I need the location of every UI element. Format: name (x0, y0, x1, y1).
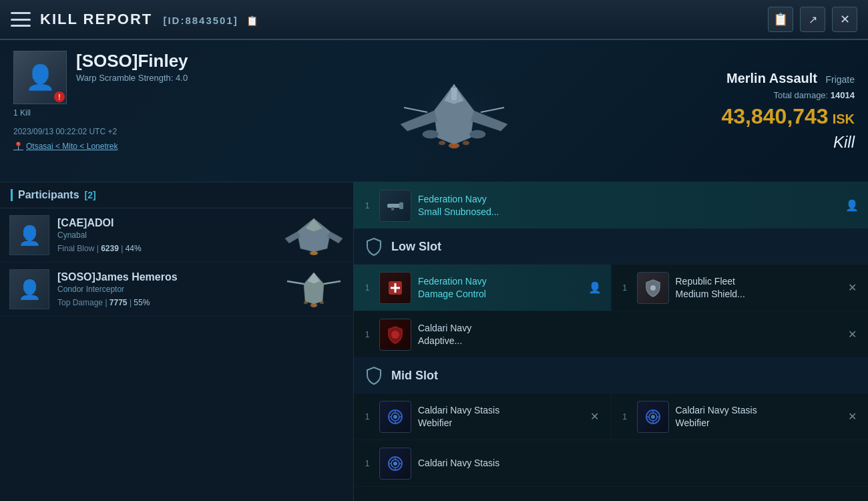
participant-1-name: [CAE]ADOI (57, 217, 276, 229)
eq-info-web2: Caldari Navy StasisWebifier (676, 404, 841, 428)
eq-name-shield: Republic FleetMedium Shield... (676, 275, 841, 299)
svg-point-24 (320, 301, 324, 304)
participant-2-ship: Condor Interceptor (57, 285, 276, 294)
participants-count: [2] (85, 190, 96, 200)
eq-icon-web3 (379, 448, 411, 480)
svg-point-7 (449, 143, 459, 148)
victim-profile: 👤 ! [SOSO]Finley Warp Scramble Strength:… (13, 51, 227, 104)
svg-marker-16 (327, 232, 343, 243)
victim-info: 👤 ! [SOSO]Finley Warp Scramble Strength:… (13, 51, 227, 171)
eq-icon-dmg-ctrl (379, 272, 411, 304)
equipment-item-shield[interactable]: 1 Republic FleetMedium Shield... ✕ (612, 265, 869, 311)
shield-slot-icon (363, 236, 385, 257)
close-shield[interactable]: ✕ (844, 280, 860, 296)
participant-2-avatar: 👤 (9, 269, 49, 309)
svg-point-22 (310, 303, 317, 307)
adaptive-icon (385, 324, 406, 345)
eq-icon-web1 (379, 401, 411, 433)
svg-point-5 (423, 130, 439, 138)
svg-point-35 (393, 415, 397, 419)
clipboard-button[interactable]: 📋 (768, 7, 793, 32)
participant-2-info: [SOSO]James Hemeros Condor Interceptor T… (57, 271, 276, 307)
kill-date: 2023/09/13 00:22:02 UTC +2 (13, 127, 227, 136)
close-web1[interactable]: ✕ (587, 409, 603, 425)
eq-info-snubnosed: Federation NavySmall Snubnosed... (418, 193, 840, 217)
low-slot-double: 1 Federation NavyDamage Control 👤 1 (354, 265, 868, 311)
eq-icon-web2 (637, 401, 669, 433)
damage-control-icon (385, 277, 406, 299)
result-type: Kill (833, 133, 855, 152)
low-slot-icon-svg (366, 237, 382, 256)
svg-point-49 (393, 462, 397, 466)
mid-slot-header: Mid Slot (354, 358, 868, 393)
close-web2[interactable]: ✕ (844, 409, 860, 425)
participants-panel: Participants [2] 👤 [CAE]ADOI Cynabal Fin… (0, 182, 354, 501)
participant-1-avatar: 👤 (9, 215, 49, 255)
main-content: Participants [2] 👤 [CAE]ADOI Cynabal Fin… (0, 182, 868, 501)
participant-1-ship-img (284, 215, 344, 255)
svg-point-9 (463, 141, 469, 145)
eq-icon-snubnosed (379, 190, 411, 222)
equipment-item[interactable]: 1 Federation NavySmall Snubnosed... 👤 (354, 182, 868, 229)
copy-icon: 📋 (246, 15, 259, 26)
mid-slot-icon (363, 365, 385, 386)
hero-section: 👤 ! [SOSO]Finley Warp Scramble Strength:… (0, 40, 868, 182)
shield-icon-svg (642, 277, 664, 299)
stat-damage-1: 6239 (101, 244, 119, 253)
ship-image (367, 51, 541, 171)
share-button[interactable]: ↗ (800, 7, 825, 32)
location-text: Otsasai < Mito < Lonetrek (26, 142, 118, 151)
participant-item[interactable]: 👤 [CAE]ADOI Cynabal Final Blow | 6239 | … (0, 208, 353, 263)
svg-rect-26 (399, 202, 403, 209)
low-slot-header: Low Slot (354, 229, 868, 265)
ship-class: Frigate (825, 74, 855, 85)
participant-2-ship-img (284, 269, 344, 309)
participant-1-ship: Cynabal (57, 230, 276, 240)
eq-icon-adaptive (379, 319, 411, 351)
webifier-icon-2 (642, 406, 664, 428)
stat-damage-2: 7775 (110, 298, 128, 307)
share-icon: ↗ (809, 13, 817, 26)
eq-name-adaptive: Caldari NavyAdaptive... (418, 322, 840, 346)
participant-item[interactable]: 👤 [SOSO]James Hemeros Condor Interceptor… (0, 263, 353, 317)
location-pin-icon: 📍 (13, 142, 23, 151)
participants-title: Participants (18, 189, 79, 201)
kill-stats: Merlin Assault Frigate Total damage: 140… (681, 51, 855, 171)
ship-svg (367, 51, 541, 171)
total-damage-row: Total damage: 14014 (774, 90, 855, 100)
equipment-item-web2[interactable]: 1 Caldari Navy StasisWebifier ✕ (612, 393, 869, 440)
eq-info-web1: Caldari Navy StasisWebifier (418, 404, 583, 428)
eq-name-web2: Caldari Navy StasisWebifier (676, 404, 841, 428)
low-slot-label: Low Slot (391, 240, 441, 254)
equipment-item-web1[interactable]: 1 Caldari Navy StasisWebifier ✕ (354, 393, 612, 440)
victim-avatar: 👤 ! (13, 51, 67, 104)
warp-scramble: Warp Scramble Strength: 4.0 (76, 73, 188, 83)
stat-pct-1: 44% (126, 244, 142, 253)
webifier-icon-3 (385, 453, 406, 474)
isk-label: ISK (833, 112, 855, 127)
svg-point-31 (650, 285, 656, 291)
equipment-item-web3[interactable]: 1 Caldari Navy Stasis (354, 440, 868, 487)
location-link[interactable]: 📍 Otsasai < Mito < Lonetrek (13, 142, 227, 151)
damage-value: 14014 (831, 90, 855, 100)
svg-rect-25 (387, 204, 401, 208)
mid-slot-icon-svg (366, 366, 382, 385)
close-button[interactable]: ✕ (832, 7, 857, 32)
participant-1-stats: Final Blow | 6239 | 44% (57, 244, 276, 253)
damage-label: Total damage: (774, 90, 829, 100)
svg-point-23 (304, 301, 308, 304)
equipment-item-dmg-ctrl[interactable]: 1 Federation NavyDamage Control 👤 (354, 265, 612, 311)
svg-rect-27 (391, 207, 394, 210)
header-bar-accent (11, 189, 13, 201)
victim-details: [SOSO]Finley Warp Scramble Strength: 4.0 (76, 51, 188, 83)
eq-icon-shield (637, 272, 669, 304)
page-title: KILL REPORT [ID:8843501] 📋 (40, 11, 768, 28)
person-icon: 👤 (844, 198, 860, 214)
participant-1-info: [CAE]ADOI Cynabal Final Blow | 6239 | 44… (57, 217, 276, 253)
svg-point-8 (439, 141, 445, 145)
isk-row: 43,840,743 ISK (722, 104, 855, 129)
clipboard-icon: 📋 (773, 12, 788, 27)
equipment-item-adaptive[interactable]: 1 Caldari NavyAdaptive... ✕ (354, 311, 868, 358)
close-adaptive[interactable]: ✕ (844, 327, 860, 343)
menu-button[interactable] (11, 12, 31, 27)
